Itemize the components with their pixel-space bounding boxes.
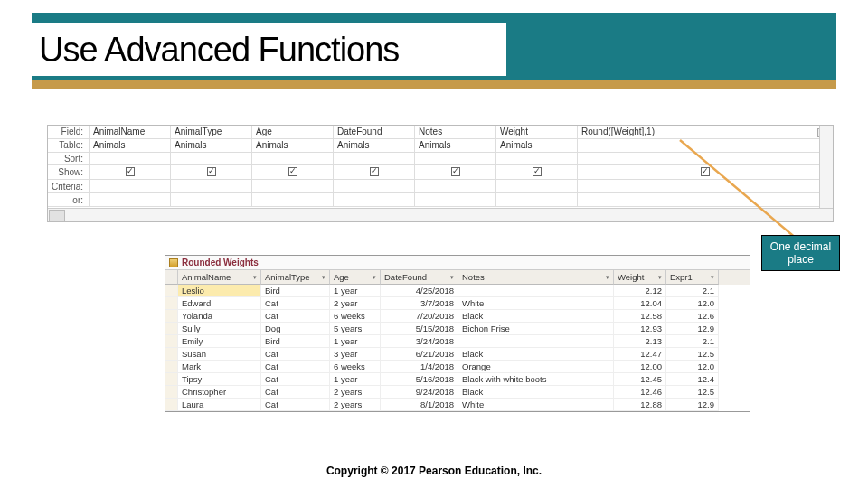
- cell-weight: 12.04: [614, 297, 666, 310]
- row-selector: [165, 386, 178, 399]
- vertical-scrollbar[interactable]: [819, 126, 833, 209]
- field-col-3[interactable]: DateFound: [334, 126, 415, 138]
- row-selector: [165, 310, 178, 323]
- cell-type: Bird: [261, 335, 330, 348]
- cell-age: 1 year: [330, 373, 381, 386]
- show-check-0[interactable]: [126, 167, 135, 176]
- table-row[interactable]: YolandaCat6 weeks7/20/2018Black12.5812.6: [165, 310, 750, 323]
- cell-name: Laura: [178, 399, 261, 411]
- datasheet-body: LeslioBird1 year4/25/20182.122.1EdwardCa…: [165, 285, 750, 411]
- show-check-5[interactable]: [533, 167, 542, 176]
- show-check-2[interactable]: [288, 167, 297, 176]
- cell-notes: Bichon Frise: [458, 323, 614, 335]
- cell-type: Dog: [261, 323, 330, 335]
- colhdr-weight[interactable]: Weight▾: [614, 270, 666, 285]
- header-gold-bar: [32, 80, 836, 89]
- cell-weight: 12.45: [614, 373, 666, 386]
- colhdr-expr[interactable]: Expr1▾: [666, 270, 719, 285]
- cell-date: 4/25/2018: [381, 285, 458, 297]
- chevron-down-icon[interactable]: ▾: [606, 274, 609, 281]
- table-row[interactable]: TipsyCat1 year5/16/2018Black with white …: [165, 373, 750, 386]
- cell-name: Emily: [178, 335, 261, 348]
- table-row[interactable]: EdwardCat2 year3/7/2018White12.0412.0: [165, 297, 750, 310]
- cell-type: Cat: [261, 297, 330, 310]
- qrow-label-field: Field:: [48, 126, 90, 138]
- show-check-6[interactable]: [701, 167, 710, 176]
- table-row[interactable]: MarkCat6 weeks1/4/2018Orange12.0012.0: [165, 361, 750, 373]
- show-check-3[interactable]: [370, 167, 379, 176]
- colhdr-date[interactable]: DateFound▾: [381, 270, 458, 285]
- chevron-down-icon[interactable]: ▾: [658, 274, 662, 281]
- cell-notes: [458, 335, 614, 348]
- row-selector: [165, 361, 178, 373]
- table-col-1[interactable]: Animals: [171, 138, 252, 152]
- cell-age: 1 year: [330, 335, 381, 348]
- cell-expr: 12.0: [666, 361, 719, 373]
- chevron-down-icon[interactable]: ▾: [373, 274, 376, 281]
- field-col-1[interactable]: AnimalType: [171, 126, 252, 138]
- table-row[interactable]: SullyDog5 years5/15/2018Bichon Frise12.9…: [165, 323, 750, 335]
- cell-age: 3 year: [330, 348, 381, 361]
- colhdr-age[interactable]: Age▾: [330, 270, 381, 285]
- cell-date: 5/16/2018: [381, 373, 458, 386]
- field-col-6[interactable]: Round([Weight],1) ▾: [578, 126, 833, 138]
- table-row[interactable]: ChristopherCat2 years9/24/2018Black12.46…: [165, 386, 750, 399]
- cell-date: 8/1/2018: [381, 399, 458, 411]
- cell-name: Christopher: [178, 386, 261, 399]
- chevron-down-icon[interactable]: ▾: [450, 274, 454, 281]
- datasheet-header: AnimalName▾ AnimalType▾ Age▾ DateFound▾ …: [165, 270, 750, 285]
- cell-weight: 2.13: [614, 335, 666, 348]
- cell-name: Susan: [178, 348, 261, 361]
- datasheet-icon: [169, 258, 178, 267]
- cell-notes: Black: [458, 348, 614, 361]
- chevron-down-icon[interactable]: ▾: [711, 274, 714, 281]
- cell-age: 2 years: [330, 399, 381, 411]
- chevron-down-icon[interactable]: ▾: [322, 274, 326, 281]
- cell-age: 2 years: [330, 386, 381, 399]
- table-col-2[interactable]: Animals: [252, 138, 334, 152]
- show-check-1[interactable]: [207, 167, 216, 176]
- table-col-5[interactable]: Animals: [496, 138, 578, 152]
- table-col-6[interactable]: [578, 138, 833, 152]
- cell-name: Sully: [178, 323, 261, 335]
- field-col-4[interactable]: Notes: [415, 126, 496, 138]
- row-selector: [165, 373, 178, 386]
- colhdr-name[interactable]: AnimalName▾: [178, 270, 261, 285]
- qrow-label-or: or:: [48, 193, 90, 207]
- cell-notes: White: [458, 297, 614, 310]
- cell-date: 1/4/2018: [381, 361, 458, 373]
- colhdr-notes[interactable]: Notes▾: [458, 270, 614, 285]
- cell-expr: 2.1: [666, 285, 719, 297]
- chevron-down-icon[interactable]: ▾: [253, 274, 257, 281]
- qrow-label-sort: Sort:: [48, 152, 90, 165]
- cell-weight: 12.93: [614, 323, 666, 335]
- cell-age: 6 weeks: [330, 310, 381, 323]
- horizontal-scrollbar[interactable]: [48, 208, 833, 221]
- colhdr-type[interactable]: AnimalType▾: [261, 270, 330, 285]
- table-col-0[interactable]: Animals: [90, 138, 171, 152]
- cell-notes: Orange: [458, 361, 614, 373]
- table-col-4[interactable]: Animals: [415, 138, 496, 152]
- cell-name: Mark: [178, 361, 261, 373]
- cell-weight: 12.58: [614, 310, 666, 323]
- cell-weight: 2.12: [614, 285, 666, 297]
- table-row[interactable]: EmilyBird1 year3/24/20182.132.1: [165, 335, 750, 348]
- field-col-0[interactable]: AnimalName: [90, 126, 171, 138]
- cell-expr: 2.1: [666, 335, 719, 348]
- table-row[interactable]: SusanCat3 year6/21/2018Black12.4712.5: [165, 348, 750, 361]
- cell-type: Bird: [261, 285, 330, 297]
- page-title: Use Advanced Functions: [39, 31, 399, 70]
- table-row[interactable]: LeslioBird1 year4/25/20182.122.1: [165, 285, 750, 297]
- table-col-3[interactable]: Animals: [334, 138, 415, 152]
- cell-notes: [458, 285, 614, 297]
- cell-age: 2 year: [330, 297, 381, 310]
- query-grid-table: Field: AnimalName AnimalType Age DateFou…: [48, 126, 833, 207]
- cell-date: 6/21/2018: [381, 348, 458, 361]
- field-col-2[interactable]: Age: [252, 126, 334, 138]
- cell-age: 1 year: [330, 285, 381, 297]
- table-row[interactable]: LauraCat2 years8/1/2018White12.8812.9: [165, 399, 750, 411]
- cell-name: Yolanda: [178, 310, 261, 323]
- show-check-4[interactable]: [451, 167, 460, 176]
- field-col-5[interactable]: Weight: [496, 126, 578, 138]
- qrow-label-criteria: Criteria:: [48, 180, 90, 193]
